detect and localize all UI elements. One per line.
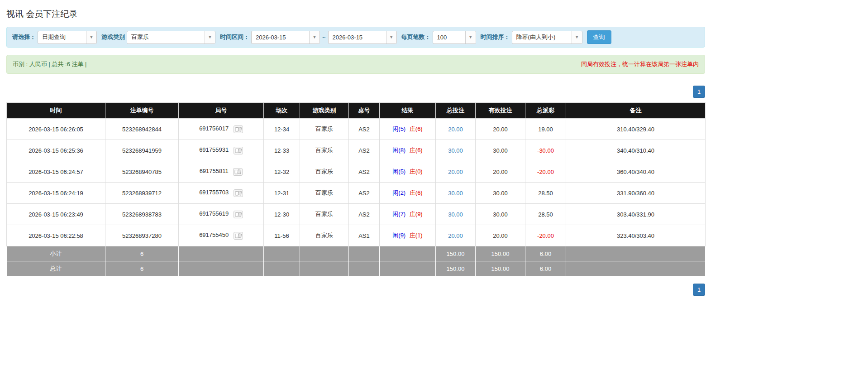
chevron-down-icon: ▼	[309, 31, 320, 43]
total-bet-link[interactable]: 20.00	[448, 126, 463, 133]
header-result: 结果	[380, 103, 436, 119]
round-no-value: 691755619	[199, 210, 229, 217]
cell-note: 303.40/331.90	[566, 204, 706, 225]
bet-records-table: 时间 注单编号 局号 场次 游戏类别 桌号 结果 总投注 有效投注 总派彩 备注…	[6, 102, 706, 276]
chevron-down-icon: ▼	[86, 31, 96, 43]
payout-value: -20.00	[537, 232, 554, 239]
page-button-1[interactable]: 1	[693, 86, 705, 98]
round-no-value: 691756017	[199, 125, 229, 132]
cell-result: 闲(2) 庄(6)	[380, 183, 436, 204]
cell-game-type: 百家乐	[300, 161, 349, 183]
cell-round-no: 691756017	[179, 119, 264, 140]
date-from-value: 2026-03-15	[252, 31, 309, 43]
cell-round-no: 691755703	[179, 183, 264, 204]
cell-table-no: AS2	[349, 119, 380, 140]
date-from-dropdown[interactable]: 2026-03-15 ▼	[251, 31, 320, 44]
sort-order-label: 时间排序：	[481, 33, 510, 41]
time-range-label: 时间区间：	[220, 33, 249, 41]
page-button-1[interactable]: 1	[693, 284, 705, 296]
cell-payout: -20.00	[525, 225, 566, 246]
result-player: 闲(2)	[392, 189, 405, 196]
round-no-value: 691755931	[199, 146, 229, 153]
sort-order-dropdown[interactable]: 降幂(由大到小) ▼	[512, 31, 582, 44]
cell-payout: -20.00	[525, 161, 566, 183]
cell-result: 闲(5) 庄(0)	[380, 161, 436, 183]
table-header: 时间 注单编号 局号 场次 游戏类别 桌号 结果 总投注 有效投注 总派彩 备注	[7, 103, 706, 119]
header-note: 备注	[566, 103, 706, 119]
result-banker: 庄(1)	[410, 232, 423, 239]
page: 视讯 会员下注纪录 请选择： 日期查询 ▼ 游戏类别 百家乐 ▼ 时间区间： 2…	[0, 0, 711, 300]
payout-value: 28.50	[538, 211, 553, 218]
cell-session: 12-33	[264, 140, 300, 161]
total-bet-link[interactable]: 30.00	[448, 147, 463, 154]
cell-time: 2026-03-15 06:25:36	[7, 140, 105, 161]
summary-currency-count: 币别 : 人民币 | 总共 :6 注单 |	[13, 60, 87, 68]
header-table-no: 桌号	[349, 103, 380, 119]
pagination-top: 1	[6, 86, 705, 98]
chevron-down-icon: ▼	[386, 31, 396, 43]
cell-payout: 28.50	[525, 204, 566, 225]
page-size-dropdown[interactable]: 100 ▼	[433, 31, 476, 44]
total-bet-link[interactable]: 20.00	[448, 232, 463, 239]
date-to-value: 2026-03-15	[329, 31, 386, 43]
chevron-down-icon: ▼	[465, 31, 476, 43]
cell-payout: 19.00	[525, 119, 566, 140]
cell-valid-bet: 30.00	[476, 140, 525, 161]
cell-valid-bet: 20.00	[476, 225, 525, 246]
filter-bar: 请选择： 日期查询 ▼ 游戏类别 百家乐 ▼ 时间区间： 2026-03-15 …	[6, 27, 705, 48]
cell-result: 闲(9) 庄(1)	[380, 225, 436, 246]
round-replay-icon[interactable]	[234, 147, 243, 154]
header-round-no: 局号	[179, 103, 264, 119]
round-replay-icon[interactable]	[234, 232, 243, 240]
cell-table-no: AS2	[349, 204, 380, 225]
total-bet-link[interactable]: 20.00	[448, 169, 463, 175]
cell-session: 11-56	[264, 225, 300, 246]
cell-round-no: 691755619	[179, 204, 264, 225]
cell-valid-bet: 20.00	[476, 161, 525, 183]
game-type-dropdown[interactable]: 百家乐 ▼	[127, 31, 215, 44]
cell-bet-no: 523268937280	[105, 225, 179, 246]
page-size-label: 每页笔数：	[401, 33, 431, 41]
cell-time: 2026-03-15 06:22:58	[7, 225, 105, 246]
cell-bet-no: 523268938783	[105, 204, 179, 225]
result-banker: 庄(0)	[410, 168, 423, 175]
result-banker: 庄(6)	[410, 189, 423, 196]
search-button[interactable]: 查询	[587, 30, 611, 44]
subtotal-total-bet: 150.00	[436, 246, 476, 261]
round-replay-icon[interactable]	[234, 189, 243, 197]
cell-table-no: AS2	[349, 183, 380, 204]
total-label: 总计	[7, 261, 105, 276]
header-payout: 总派彩	[525, 103, 566, 119]
page-size-value: 100	[433, 31, 465, 43]
select-mode-dropdown[interactable]: 日期查询 ▼	[38, 31, 97, 44]
result-player: 闲(5)	[392, 125, 405, 132]
total-valid-bet: 150.00	[476, 261, 525, 276]
round-replay-icon[interactable]	[233, 168, 243, 176]
cell-bet-no: 523268939712	[105, 183, 179, 204]
cell-total-bet: 30.00	[436, 204, 476, 225]
round-replay-icon[interactable]	[234, 211, 243, 218]
result-player: 闲(9)	[392, 232, 405, 239]
round-no-value: 691755450	[199, 231, 229, 238]
select-mode-label: 请选择：	[12, 33, 36, 41]
round-replay-icon[interactable]	[234, 125, 243, 133]
range-separator: ~	[322, 34, 326, 41]
cell-note: 360.40/340.40	[566, 161, 706, 183]
cell-total-bet: 30.00	[436, 140, 476, 161]
payout-value: -30.00	[537, 147, 554, 154]
cell-result: 闲(8) 庄(6)	[380, 140, 436, 161]
cell-session: 12-34	[264, 119, 300, 140]
date-to-dropdown[interactable]: 2026-03-15 ▼	[328, 31, 397, 44]
cell-valid-bet: 20.00	[476, 119, 525, 140]
cell-total-bet: 20.00	[436, 225, 476, 246]
cell-round-no: 691755931	[179, 140, 264, 161]
header-total-bet: 总投注	[436, 103, 476, 119]
round-no-value: 691755703	[199, 189, 229, 196]
cell-total-bet: 20.00	[436, 119, 476, 140]
total-bet-link[interactable]: 30.00	[448, 190, 463, 197]
total-bet-link[interactable]: 30.00	[448, 211, 463, 218]
cell-game-type: 百家乐	[300, 119, 349, 140]
chevron-down-icon: ▼	[572, 31, 582, 43]
table-row: 2026-03-15 06:22:58 523268937280 6917554…	[7, 225, 706, 246]
subtotal-payout: 6.00	[525, 246, 566, 261]
